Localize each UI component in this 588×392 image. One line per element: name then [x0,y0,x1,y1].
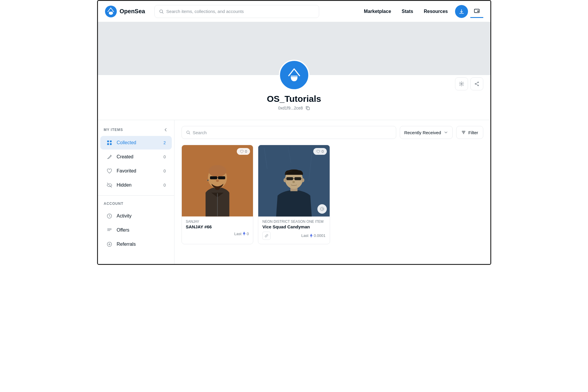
sidebar-collected-label: Collected [117,140,136,145]
nft-card-sanjay[interactable]: 0 SANJAY SANJAY #66 Last [181,145,254,244]
nft-card-vice[interactable]: 0 Neon District Season One Item Vice Squ… [258,145,330,244]
nft-like-number-sanjay: 0 [245,149,247,154]
activity-icon [106,213,113,219]
sidebar-item-offers[interactable]: Offers [100,223,172,237]
create-icon [106,154,113,160]
main-layout: MY ITEMS Collected [98,120,490,264]
opensea-logo-icon [105,6,117,17]
nft-like-count-vice[interactable]: 0 [313,148,327,155]
chevron-down-icon [444,130,448,135]
nav-stats[interactable]: Stats [397,6,418,16]
search-icon [159,9,164,14]
profile-avatar-container [279,60,309,90]
profile-avatar [279,60,309,90]
hidden-icon [106,182,113,188]
svg-rect-11 [107,141,109,142]
svg-rect-38 [286,177,293,180]
transfer-button-vice[interactable] [317,204,327,214]
heart-like-icon-sanjay [240,150,244,154]
svg-point-7 [478,82,479,83]
logo[interactable]: OpenSea [105,6,145,17]
filter-icon [461,130,466,135]
transfer-icon [320,207,324,211]
sidebar-collapse-button[interactable] [163,127,168,132]
filter-button[interactable]: Filter [456,126,483,139]
nav-marketplace[interactable]: Marketplace [359,6,396,16]
nft-footer-vice: Last 0.0001 [262,232,326,240]
logo-text: OpenSea [120,8,145,15]
nft-collection-vice: Neon District Season One Item [262,220,326,224]
sidebar-created-count: 0 [164,155,166,159]
profile-actions [455,77,483,90]
nft-grid: 0 SANJAY SANJAY #66 Last [181,145,483,244]
sort-dropdown[interactable]: Recently Received [400,126,453,139]
svg-point-27 [207,180,208,181]
profile-address-text: 0xd1f9...2ce8 [278,106,303,110]
nft-card-image-sanjay [182,145,253,217]
svg-point-0 [105,6,117,17]
content-search-wrapper[interactable] [181,126,397,139]
sidebar-offers-label: Offers [117,227,129,233]
sidebar-created-label: Created [117,154,134,160]
nft-card-info-sanjay: SANJAY SANJAY #66 Last 0 [182,217,253,240]
sidebar-divider [98,195,174,196]
svg-point-21 [208,165,226,177]
sidebar-item-hidden[interactable]: Hidden 0 [100,178,172,192]
share-button[interactable] [470,77,483,90]
avatar-logo-icon [284,65,304,85]
sidebar-activity-label: Activity [117,213,132,219]
sidebar-hidden-count: 0 [164,183,166,187]
sidebar-favorited-count: 0 [164,169,166,173]
copy-icon [305,106,310,110]
wallet-button[interactable] [470,5,483,18]
link-svg-icon [265,234,268,237]
sort-label: Recently Received [404,130,441,135]
link-icon-vice[interactable] [262,232,271,240]
sidebar-hidden-label: Hidden [117,182,132,188]
sidebar-item-collected[interactable]: Collected 2 [100,136,172,150]
sidebar-item-activity[interactable]: Activity [100,209,172,223]
nft-eth-icon-sanjay [243,232,246,236]
content-search-input[interactable] [193,130,392,135]
copy-address-button[interactable] [305,106,310,110]
account-title: ACCOUNT [104,202,124,206]
nft-card-info-vice: Neon District Season One Item Vice Squad… [258,217,330,244]
heart-like-icon-vice [316,150,320,154]
sidebar-item-favorited[interactable]: Favorited 0 [100,164,172,178]
nft-last-value-vice: 0.0001 [314,233,326,238]
search-input[interactable] [166,9,315,14]
sidebar-item-created[interactable]: Created 0 [100,150,172,164]
svg-point-8 [475,84,476,84]
svg-rect-13 [107,143,109,145]
sidebar-collected-count: 2 [164,140,166,145]
nft-card-image-wrapper-vice: 0 [258,145,330,217]
svg-rect-39 [294,177,301,180]
gear-icon [459,81,464,87]
my-items-title: MY ITEMS [104,128,123,132]
arrow-left-icon [163,127,168,132]
account-header: ACCOUNT [98,199,174,208]
search-icon-content [186,130,190,135]
offers-icon [106,227,113,233]
svg-rect-4 [477,11,479,11]
share-icon [474,81,479,87]
svg-rect-22 [210,176,217,179]
sidebar-referrals-label: Referrals [117,242,136,247]
nft-footer-sanjay: Last 0 [186,232,249,236]
svg-rect-12 [110,141,111,142]
download-button[interactable] [455,5,468,18]
sidebar-item-referrals[interactable]: Referrals [100,237,172,251]
navbar-nav: Marketplace Stats Resources [359,5,483,18]
svg-point-9 [478,85,479,86]
nft-card-image-wrapper-sanjay: 0 [182,145,253,217]
search-bar[interactable] [154,5,319,18]
wallet-icon [474,8,480,14]
nft-last-label-vice: Last [301,233,309,238]
settings-button[interactable] [455,77,468,90]
nft-like-count-sanjay[interactable]: 0 [237,148,250,155]
profile-username: OS_Tutorials [267,94,321,104]
nft-name-sanjay: SANJAY #66 [186,224,249,229]
download-icon [459,9,464,14]
nav-resources[interactable]: Resources [419,6,453,16]
heart-icon [106,168,113,174]
